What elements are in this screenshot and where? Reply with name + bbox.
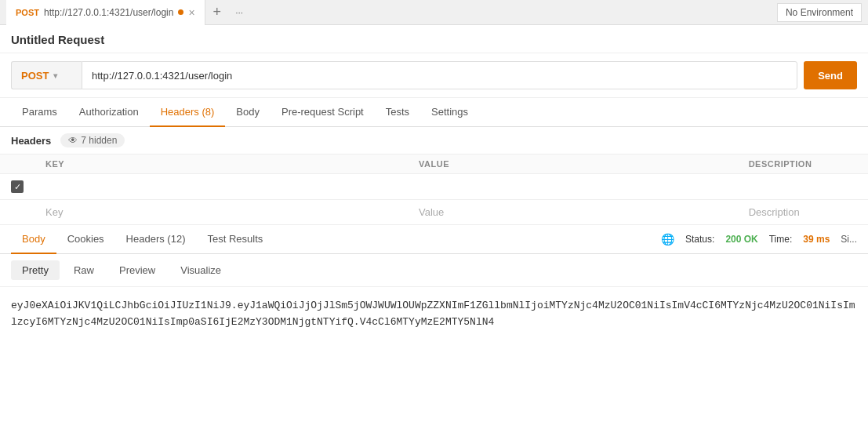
headers-section: Headers 👁 7 hidden — [0, 127, 868, 155]
response-tab-bar: Body Cookies Headers (12) Test Results 🌐… — [0, 225, 868, 254]
send-button[interactable]: Send — [804, 61, 857, 89]
hidden-count-label: 7 hidden — [81, 135, 117, 146]
resp-tab-test-results[interactable]: Test Results — [196, 225, 274, 254]
col-header-key: KEY — [35, 155, 408, 174]
status-label: Status: — [685, 234, 714, 245]
top-tab-bar: POST http://127.0.0.1:4321/user/login × … — [0, 0, 868, 25]
format-visualize-button[interactable]: Visualize — [169, 260, 232, 280]
method-select[interactable]: POST ▾ — [11, 61, 82, 89]
size-label: Si... — [841, 234, 857, 245]
description-cell[interactable] — [738, 174, 868, 200]
tab-url: http://127.0.0.1:4321/user/login — [44, 7, 173, 18]
tab-settings[interactable]: Settings — [420, 98, 479, 127]
table-header-row: KEY VALUE DESCRIPTION — [0, 155, 868, 174]
headers-section-label: Headers — [11, 135, 51, 147]
url-input[interactable] — [82, 61, 797, 89]
format-raw-button[interactable]: Raw — [63, 260, 105, 280]
col-header-description: DESCRIPTION — [738, 155, 868, 174]
table-row-placeholder: Key Value Description — [0, 200, 868, 225]
response-text: eyJ0eXAiOiJKV1QiLCJhbGciOiJIUzI1NiJ9.eyJ… — [11, 300, 855, 328]
tab-prerequest-script[interactable]: Pre-request Script — [271, 98, 375, 127]
key-cell[interactable] — [35, 174, 408, 200]
method-label: POST — [21, 70, 49, 82]
value-placeholder[interactable]: Value — [408, 200, 738, 225]
format-bar: Pretty Raw Preview Visualize — [0, 254, 868, 287]
request-title-bar: Untitled Request — [0, 25, 868, 53]
headers-table: KEY VALUE DESCRIPTION Key Value Descript… — [0, 155, 868, 225]
format-preview-button[interactable]: Preview — [108, 260, 166, 280]
eye-icon: 👁 — [68, 135, 78, 146]
response-status-area: 🌐 Status: 200 OK Time: 39 ms Si... — [661, 233, 857, 245]
value-cell[interactable] — [408, 174, 738, 200]
key-placeholder[interactable]: Key — [35, 200, 408, 225]
method-chevron-icon: ▾ — [53, 71, 57, 80]
response-body: eyJ0eXAiOiJKV1QiLCJhbGciOiJIUzI1NiJ9.eyJ… — [0, 287, 868, 342]
tab-headers[interactable]: Headers (8) — [150, 98, 226, 127]
col-header-value: VALUE — [408, 155, 738, 174]
time-label: Time: — [769, 234, 793, 245]
request-title: Untitled Request — [11, 33, 104, 46]
hidden-headers-badge[interactable]: 👁 7 hidden — [60, 133, 125, 147]
tab-params[interactable]: Params — [11, 98, 68, 127]
request-tab[interactable]: POST http://127.0.0.1:4321/user/login × — [6, 0, 205, 25]
format-pretty-button[interactable]: Pretty — [11, 260, 60, 280]
tab-tests[interactable]: Tests — [375, 98, 420, 127]
col-header-checkbox — [0, 155, 35, 174]
time-value: 39 ms — [803, 234, 830, 245]
tab-method-badge: POST — [16, 8, 39, 17]
description-placeholder[interactable]: Description — [738, 200, 868, 225]
table-row — [0, 174, 868, 200]
environment-selector[interactable]: No Environment — [777, 3, 862, 22]
row-checkbox[interactable] — [11, 180, 24, 193]
unsaved-indicator — [178, 9, 183, 15]
request-tabs: Params Authorization Headers (8) Body Pr… — [0, 98, 868, 127]
tab-body[interactable]: Body — [225, 98, 271, 127]
url-bar: POST ▾ Send — [0, 53, 868, 98]
resp-tab-body[interactable]: Body — [11, 225, 56, 254]
tab-close-button[interactable]: × — [188, 6, 194, 19]
add-tab-button[interactable]: + — [205, 0, 230, 25]
resp-tab-headers[interactable]: Headers (12) — [115, 225, 197, 254]
resp-tab-cookies[interactable]: Cookies — [56, 225, 115, 254]
globe-icon: 🌐 — [661, 233, 674, 245]
tab-authorization[interactable]: Authorization — [68, 98, 150, 127]
more-tabs-button[interactable]: ··· — [229, 0, 249, 25]
status-value: 200 OK — [725, 234, 757, 245]
